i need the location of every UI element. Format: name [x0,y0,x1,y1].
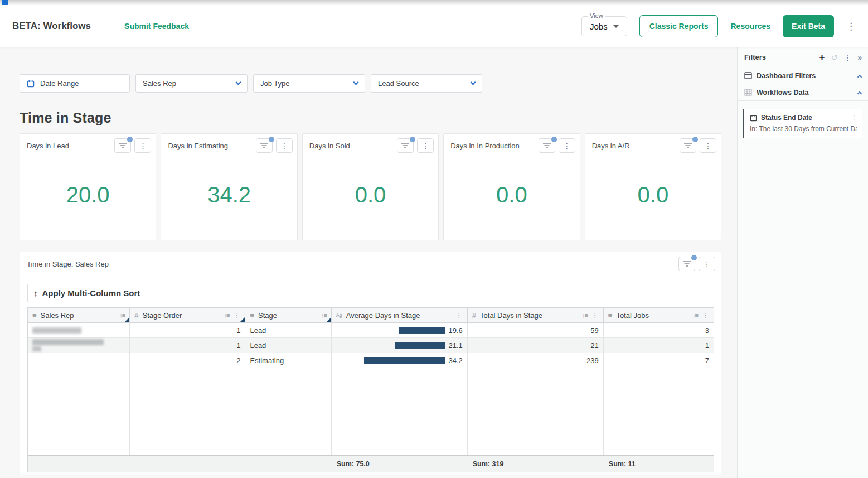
column-header-average-days[interactable]: Ag Average Days in Stage ⋮ [332,308,468,323]
column-header-total-days[interactable]: # Total Days in Stage ↓≡ ⋮ [468,308,604,323]
total-days-cell: 239 [468,353,604,368]
table-row[interactable]: 1 Lead 19.6 59 3 [28,323,714,338]
column-kebab-icon[interactable]: ⋮ [455,312,463,319]
chevron-down-icon [471,80,476,85]
total-jobs-cell: 7 [604,353,714,368]
add-filter-icon[interactable]: + [819,52,825,63]
number-column-icon: # [472,311,476,320]
widget-filter-button[interactable] [680,138,696,153]
browser-favicon-fragment [2,0,8,5]
redacted-name [32,339,104,345]
filter-active-badge [551,137,557,142]
filters-panel-title: Filters [744,53,813,61]
column-header-sales-rep[interactable]: ≡ Sales Rep ↓≡ [28,308,130,323]
kpi-title: Days in A/R [592,142,676,150]
filters-sidebar: Filters + ↺ ⋮ » Dashboard Filters Workfl… [737,47,868,478]
kpi-value: 34.2 [161,157,297,240]
table-row[interactable]: 2 Estimating 34.2 239 7 [28,353,714,368]
text-column-icon: ≡ [608,311,613,320]
widget-filter-button[interactable] [678,257,695,271]
exit-beta-button[interactable]: Exit Beta [783,15,834,37]
sort-icon[interactable]: ↓≡ [692,312,698,318]
filter-card-kebab-icon[interactable]: ⋮ [851,114,857,122]
sales-rep-filter[interactable]: Sales Rep [135,74,248,93]
chevron-up-icon [857,91,862,95]
data-grid-icon [744,89,752,96]
column-header-stage-order[interactable]: # Stage Order ↓≡ ⋮ [130,308,245,323]
status-end-date-filter-card[interactable]: Status End Date ⋮ In: The last 30 Days f… [743,109,862,138]
total-days-cell: 59 [468,323,604,338]
section-label: Workflows Data [757,89,854,96]
filter-active-badge [410,137,415,142]
apply-multi-column-sort-button[interactable]: ↕ Apply Multi-Column Sort [27,284,148,302]
column-header-total-jobs[interactable]: ≡ Total Jobs ↓≡ ⋮ [604,308,714,323]
calendar-icon [750,114,757,122]
kpi-title: Days in In Production [450,142,535,150]
kpi-title: Days in Estimating [168,142,252,150]
kpi-title: Days in Lead [27,142,111,150]
chevron-up-icon [857,74,862,79]
section-label: Dashboard Filters [757,72,854,80]
sales-rep-filter-label: Sales Rep [143,79,176,88]
kpi-value: 20.0 [20,157,156,240]
table-row[interactable]: 1 Lead 21.1 21 1 [28,338,714,353]
total-jobs-cell: 1 [604,338,714,353]
widget-kebab-button[interactable]: ⋮ [417,138,434,153]
submit-feedback-link[interactable]: Submit Feedback [124,22,189,31]
sort-icon[interactable]: ↓≡ [582,312,588,318]
kpi-card-row: Days in Lead ⋮ 20.0 Days in Estima [20,133,721,240]
stage-order-cell: 2 [130,353,245,368]
avg-days-value: 19.6 [449,326,463,335]
resources-link[interactable]: Resources [730,22,770,31]
widget-filter-button[interactable] [256,138,273,153]
column-kebab-icon[interactable]: ⋮ [702,312,709,319]
avg-days-bar [364,357,445,364]
widget-kebab-button[interactable]: ⋮ [700,138,716,153]
dashboard-filters-section[interactable]: Dashboard Filters [738,67,868,84]
widget-kebab-button[interactable]: ⋮ [699,257,715,271]
classic-reports-button[interactable]: Classic Reports [639,15,719,37]
widget-filter-button[interactable] [114,138,131,153]
column-label: Total Days in Stage [480,311,542,320]
kpi-card-days-in-in-production: Days in In Production ⋮ 0.0 [443,133,580,240]
stage-cell: Lead [245,338,331,353]
job-type-filter[interactable]: Job Type [253,74,365,93]
collapse-panel-icon[interactable]: » [857,53,861,62]
widget-filter-button[interactable] [539,138,555,153]
kpi-card-days-in-ar: Days in A/R ⋮ 0.0 [585,133,721,240]
lead-source-filter[interactable]: Lead Source [371,74,482,93]
column-label: Average Days in Stage [346,311,420,320]
sales-rep-table: ≡ Sales Rep ↓≡ # Stage Order ↓≡ ⋮ [27,307,714,472]
widget-kebab-button[interactable]: ⋮ [134,138,151,153]
kebab-icon: ⋮ [563,142,570,149]
widget-filter-button[interactable] [397,138,414,153]
filter-lines-icon [683,142,692,149]
table-header-row: ≡ Sales Rep ↓≡ # Stage Order ↓≡ ⋮ [28,308,714,323]
calendar-icon [27,80,35,88]
kebab-icon: ⋮ [280,142,288,149]
filters-kebab-icon[interactable]: ⋮ [843,53,851,62]
undo-icon[interactable]: ↺ [831,53,837,62]
column-kebab-icon[interactable]: ⋮ [591,312,599,319]
view-select[interactable]: View Jobs [581,16,627,36]
column-label: Stage Order [143,311,182,320]
stage-cell: Estimating [245,353,331,368]
date-range-filter[interactable]: Date Range [20,74,130,93]
widget-kebab-button[interactable]: ⋮ [276,138,293,153]
workflows-data-section[interactable]: Workflows Data [738,84,868,101]
kebab-icon: ⋮ [422,142,429,149]
average-days-cell: 21.1 [332,338,468,353]
job-type-filter-label: Job Type [260,79,290,88]
redacted-name [32,327,81,334]
dashboard-content: Date Range Sales Rep Job Type Lead Sourc… [0,47,737,478]
text-column-icon: ≡ [32,311,37,320]
page-title: BETA: Workflows [12,21,91,32]
stage-order-cell: 1 [130,338,245,353]
kpi-value: 0.0 [444,157,579,240]
widget-kebab-button[interactable]: ⋮ [559,138,575,153]
sort-icon[interactable]: ↓≡ [224,312,230,318]
avg-days-value: 21.1 [449,341,463,350]
time-in-stage-table-widget: Time in Stage: Sales Rep ⋮ ↕ Apply Multi… [20,252,721,475]
column-header-stage[interactable]: ≡ Stage ↓≡ [245,308,331,323]
header-kebab-menu-icon[interactable]: ⋮ [846,22,856,31]
